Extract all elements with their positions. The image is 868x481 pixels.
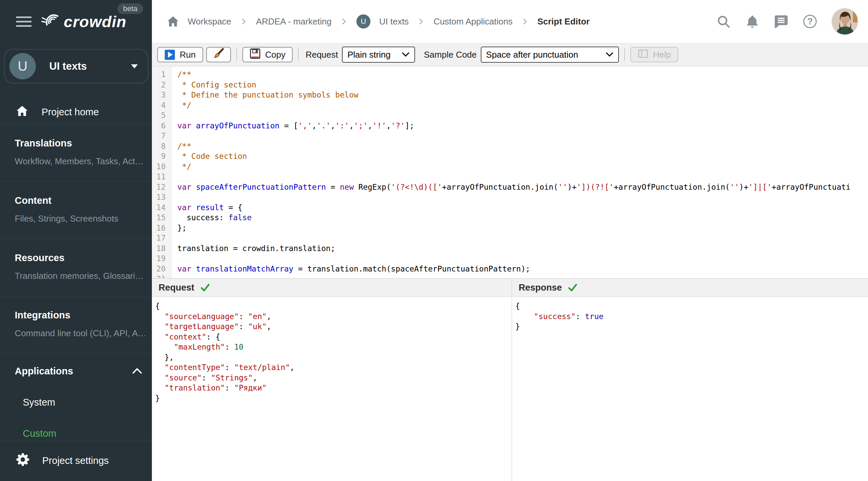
code-line[interactable]: 5 [152,110,868,121]
sidebar: crowdin beta U UI texts Project home Tra… [0,0,152,481]
request-json[interactable]: { "sourceLanguage": "en", "targetLanguag… [152,297,512,481]
applications-items: SystemCustom [0,397,152,439]
line-number: 19 [152,253,168,264]
help-icon[interactable]: ? [802,14,818,29]
request-type-select[interactable]: Plain string [342,46,415,63]
user-avatar[interactable] [831,8,859,35]
code-line[interactable]: 19 [152,253,868,264]
clear-brush-button[interactable] [206,47,231,62]
bell-icon[interactable] [745,14,760,29]
search-icon[interactable] [716,14,731,29]
response-panel: Response { "success": true} [512,278,868,481]
sidebar-header: crowdin beta [0,0,152,43]
code-line[interactable]: 20var translationMatchArray = translatio… [152,264,868,274]
toolbar-divider [624,48,625,61]
hamburger-menu-button[interactable] [16,17,32,27]
project-avatar: U [9,53,36,79]
copy-button[interactable]: Copy [242,47,293,62]
sidebar-item-project-home[interactable]: Project home [0,100,152,124]
json-line: } [515,321,868,332]
io-panels: Request { "sourceLanguage": "en", "targe… [152,278,868,481]
crowdin-shell-icon [41,12,62,32]
code-line[interactable]: 12var spaceAfterPunctuationPattern = new… [152,182,868,192]
code-line[interactable]: 10 */ [152,162,868,172]
breadcrumb-item[interactable]: Custom Applications [434,17,513,27]
sample-code-select[interactable]: Space after punctuation [481,46,619,63]
sidebar-section-content[interactable]: ContentFiles, Strings, Screenshots [0,182,152,239]
breadcrumb-item[interactable]: UI texts [379,17,409,27]
project-selector[interactable]: U UI texts [4,49,149,84]
run-button[interactable]: Run [157,47,203,62]
help-button[interactable]: Help [630,47,678,62]
json-line: "translation": "Рядки" [155,383,512,393]
code-line[interactable]: 13 [152,192,868,202]
sidebar-item-label: Project home [41,106,99,118]
line-number: 15 [152,213,168,223]
copy-label: Copy [265,50,286,60]
sidebar-section-translations[interactable]: TranslationsWorkflow, Members, Tasks, Ac… [0,124,152,182]
home-icon [16,105,28,119]
breadcrumb-project-avatar: U [356,14,370,29]
code-line[interactable]: 4 */ [152,100,868,110]
sidebar-section-applications[interactable]: Applications [0,354,152,377]
sidebar-item-system[interactable]: System [0,397,152,408]
code-line[interactable]: 3 * Define the punctuation symbols below [152,90,868,100]
sidebar-section-resources[interactable]: ResourcesTranslation memories, Glossari… [0,239,152,296]
chevron-down-icon [606,52,614,57]
code-line[interactable]: 15 success: false [152,213,868,223]
chevron-right-icon [521,18,529,25]
line-number: 16 [152,223,168,233]
crowdin-logo[interactable]: crowdin [41,12,126,32]
sidebar-section-integrations[interactable]: IntegrationsCommand line tool (CLI), API… [0,296,152,354]
chevron-right-icon [340,18,348,25]
code-line[interactable]: 2 * Config section [152,80,868,90]
sidebar-section-title: Resources [15,252,145,263]
breadcrumb-item[interactable]: Workspace [188,17,231,27]
code-line[interactable]: 8/** [152,141,868,152]
code-line[interactable]: 18translation = crowdin.translation; [152,243,868,254]
sidebar-sections: TranslationsWorkflow, Members, Tasks, Ac… [0,124,152,354]
code-line[interactable]: 7 [152,131,868,141]
request-type-value: Plain string [347,50,391,60]
chat-icon[interactable] [773,14,789,29]
line-number: 4 [152,100,168,110]
success-check-icon [200,282,211,293]
sidebar-section-title: Integrations [15,310,145,321]
response-panel-header: Response [512,278,868,297]
line-number: 6 [152,121,168,131]
code-line[interactable]: 21 [152,274,868,278]
line-number: 18 [152,243,168,254]
gear-icon [16,453,30,469]
code-line[interactable]: 17 [152,233,868,243]
sidebar-item-custom[interactable]: Custom [0,428,152,439]
code-line[interactable]: 16}; [152,223,868,233]
code-line[interactable]: 14var result = { [152,202,868,213]
chevron-up-icon [132,366,143,377]
toolbar-divider [236,48,237,61]
code-editor[interactable]: 1/**2 * Config section3 * Define the pun… [152,67,868,278]
home-icon[interactable] [167,16,179,27]
sample-code-value: Space after punctuation [486,50,578,60]
sidebar-section-subtitle: Translation memories, Glossari… [15,271,145,281]
sidebar-item-project-settings[interactable]: Project settings [0,440,152,481]
project-name: UI texts [49,60,131,72]
json-line: }, [155,352,512,363]
code-line[interactable]: 11 [152,172,868,182]
breadcrumb-item[interactable]: ARDEA - marketing [256,17,332,27]
sidebar-section-title: Content [15,195,145,206]
line-number: 7 [152,131,168,141]
request-panel-header: Request [152,278,512,297]
json-line: { [155,301,512,311]
code-line[interactable]: 9 * Code section [152,151,868,162]
response-panel-title: Response [519,283,562,293]
crowdin-script-editor-app: crowdin beta U UI texts Project home Tra… [0,0,868,481]
code-line[interactable]: 1/** [152,69,868,80]
request-panel: Request { "sourceLanguage": "en", "targe… [152,278,512,481]
line-number: 17 [152,233,168,243]
response-json[interactable]: { "success": true} [512,297,868,481]
code-line[interactable]: 6var arrayOfPunctuation = [',','.',':','… [152,121,868,131]
topbar-actions: ? [716,8,859,35]
breadcrumb-item: Script Editor [537,17,590,27]
sample-code-select-label: Sample Code [424,50,477,60]
breadcrumb-items: WorkspaceARDEA - marketingUUI textsCusto… [188,14,590,29]
